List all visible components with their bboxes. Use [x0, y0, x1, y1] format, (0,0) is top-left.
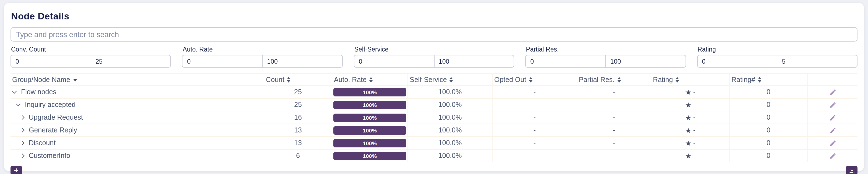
table-row[interactable]: Inquiry accepted 25 100% 100.0% - - ★ - …: [10, 99, 858, 111]
column-header-auto-rate[interactable]: Auto. Rate: [332, 74, 407, 85]
partial-res-min-input[interactable]: [526, 55, 606, 67]
column-header-opted-out[interactable]: Opted Out: [492, 74, 577, 85]
filter-label: Self-Service: [354, 46, 515, 53]
auto-rate-cell: 100%: [332, 124, 407, 136]
node-name-cell[interactable]: CustomerInfo: [10, 150, 264, 162]
table-row[interactable]: Upgrade Request 16 100% 100.0% - - ★ - 0: [10, 111, 858, 124]
download-icon: [848, 167, 855, 174]
node-name-label: Upgrade Request: [29, 114, 83, 121]
self-service-min-input[interactable]: [354, 55, 434, 67]
auto-rate-bar: 100%: [333, 101, 406, 109]
edit-button[interactable]: [829, 127, 836, 134]
column-header-partial-res[interactable]: Partial Res.: [577, 74, 651, 85]
edit-button[interactable]: [829, 114, 836, 121]
table-row[interactable]: Generate Reply 13 100% 100.0% - - ★ - 0: [10, 124, 858, 137]
self-service-cell: 100.0%: [407, 99, 492, 111]
pencil-icon: [829, 139, 836, 147]
node-name-cell[interactable]: Generate Reply: [10, 124, 264, 136]
range-pair: [182, 55, 343, 68]
node-name-cell[interactable]: Inquiry accepted: [10, 99, 264, 111]
tree-chevron-icon[interactable]: [12, 89, 17, 94]
node-name-label: Flow nodes: [21, 88, 56, 96]
filter-self-service: Self-Service: [354, 46, 515, 68]
sort-icon: [617, 77, 621, 82]
column-header-rating[interactable]: Rating: [651, 74, 729, 85]
column-header-label: Group/Node Name: [12, 76, 70, 83]
filter-label: Conv. Count: [11, 46, 171, 53]
auto-rate-label: 100%: [363, 140, 377, 146]
column-header-label: Opted Out: [494, 76, 526, 83]
partial-res-cell: -: [577, 150, 651, 162]
range-pair: [354, 55, 515, 68]
rating-count-cell: 0: [729, 137, 807, 149]
auto-rate-bar-track: 100%: [333, 126, 406, 134]
table-body: Flow nodes 25 100% 100.0% - - ★ - 0: [10, 86, 858, 163]
auto-rate-bar-track: 100%: [333, 152, 406, 160]
auto-rate-bar-track: 100%: [333, 139, 406, 147]
rating-cell: ★ -: [651, 86, 729, 98]
rating-count-cell: 0: [729, 150, 807, 162]
actions-cell: [807, 137, 858, 149]
rating-cell: ★ -: [651, 137, 729, 149]
column-header-rating-count[interactable]: Rating#: [729, 74, 807, 85]
column-header-group-node-name[interactable]: Group/Node Name: [10, 74, 264, 85]
auto-rate-bar: 100%: [333, 139, 406, 147]
auto-rate-label: 100%: [363, 153, 377, 159]
column-header-self-service[interactable]: Self-Service: [407, 74, 492, 85]
count-cell: 13: [264, 137, 332, 149]
count-cell: 13: [264, 124, 332, 136]
table-row[interactable]: Flow nodes 25 100% 100.0% - - ★ - 0: [10, 86, 858, 99]
range-pair: [697, 55, 858, 68]
actions-cell: [807, 111, 858, 124]
column-header-actions: [807, 74, 858, 85]
column-header-count[interactable]: Count: [264, 74, 332, 85]
partial-res-cell: -: [577, 111, 651, 124]
filter-auto-rate: Auto. Rate: [182, 46, 343, 68]
edit-button[interactable]: [829, 139, 836, 147]
range-pair: [10, 55, 171, 68]
tree-chevron-icon[interactable]: [20, 153, 25, 158]
node-name-cell[interactable]: Upgrade Request: [10, 111, 264, 124]
filters-row: Conv. Count Auto. Rate Self-Service: [10, 46, 858, 68]
opted-out-cell: -: [492, 99, 577, 111]
auto-rate-min-input[interactable]: [183, 55, 262, 67]
auto-rate-max-input[interactable]: [262, 55, 342, 67]
rating-max-input[interactable]: [778, 55, 857, 67]
tree-chevron-icon[interactable]: [20, 141, 25, 146]
node-name-cell[interactable]: Flow nodes: [10, 86, 264, 98]
table-row[interactable]: CustomerInfo 6 100% 100.0% - - ★ - 0: [10, 150, 858, 163]
tree-chevron-icon[interactable]: [16, 102, 21, 106]
star-icon: ★: [685, 101, 691, 108]
filter-label: Partial Res.: [526, 46, 686, 53]
column-header-label: Auto. Rate: [334, 76, 367, 83]
search-input[interactable]: [10, 27, 858, 42]
auto-rate-bar-track: 100%: [333, 101, 406, 109]
partial-res-max-input[interactable]: [606, 55, 685, 67]
tree-chevron-icon[interactable]: [20, 128, 25, 133]
partial-res-cell: -: [577, 137, 651, 149]
rating-min-input[interactable]: [698, 55, 777, 67]
rating-value: -: [693, 126, 695, 134]
auto-rate-bar-track: 100%: [333, 88, 406, 96]
download-button[interactable]: [846, 166, 858, 174]
node-name-cell[interactable]: Discount: [10, 137, 264, 149]
conv-count-min-input[interactable]: [11, 55, 91, 67]
opted-out-cell: -: [492, 150, 577, 162]
partial-res-cell: -: [577, 124, 651, 136]
auto-rate-label: 100%: [363, 127, 377, 133]
auto-rate-bar: 100%: [333, 113, 406, 122]
opted-out-cell: -: [492, 111, 577, 124]
tree-chevron-icon[interactable]: [20, 115, 25, 120]
column-header-label: Rating#: [732, 76, 755, 83]
add-button[interactable]: +: [10, 166, 22, 174]
star-icon: ★: [685, 114, 691, 121]
node-name-label: Discount: [29, 139, 56, 147]
rating-value: -: [693, 152, 695, 159]
edit-button[interactable]: [829, 101, 836, 108]
rating-cell: ★ -: [651, 124, 729, 136]
table-row[interactable]: Discount 13 100% 100.0% - - ★ - 0: [10, 137, 858, 150]
conv-count-max-input[interactable]: [91, 55, 170, 67]
edit-button[interactable]: [829, 152, 836, 159]
edit-button[interactable]: [829, 89, 836, 96]
self-service-max-input[interactable]: [434, 55, 514, 67]
